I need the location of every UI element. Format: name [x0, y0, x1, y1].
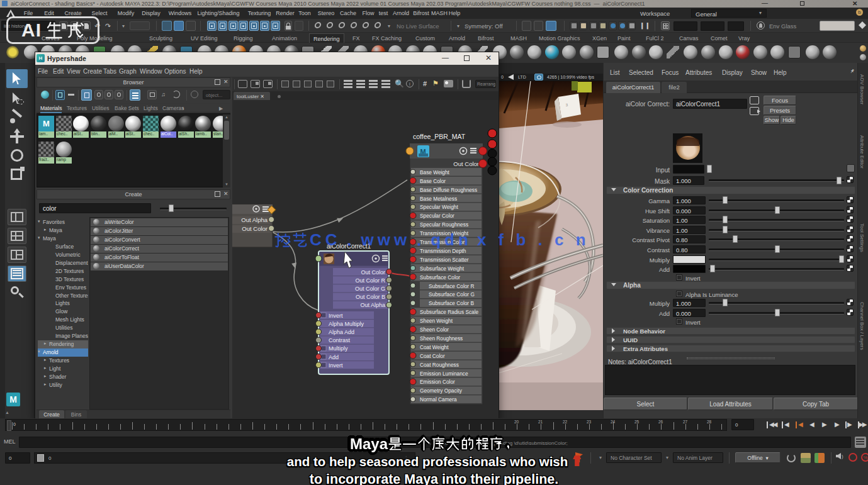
- svg-text:Out Color R: Out Color R: [355, 277, 385, 284]
- svg-text:Emission Luminance: Emission Luminance: [420, 371, 468, 377]
- svg-text:Out Color: Out Color: [242, 225, 268, 232]
- svg-text:Out Alpha: Out Alpha: [360, 302, 385, 308]
- svg-text:Coat Color: Coat Color: [420, 353, 445, 359]
- svg-text:Subsurface Color: Subsurface Color: [420, 274, 460, 281]
- svg-text:Coat Weight: Coat Weight: [420, 344, 449, 350]
- svg-text:Geometry Opacity: Geometry Opacity: [420, 387, 463, 394]
- svg-text:Normal Camera: Normal Camera: [420, 396, 457, 403]
- svg-text:Sheen Color: Sheen Color: [420, 326, 449, 333]
- svg-text:Out Color: Out Color: [361, 269, 385, 276]
- svg-text:Multiply: Multiply: [329, 345, 348, 352]
- svg-text:Subsurface Color R: Subsurface Color R: [429, 283, 474, 289]
- svg-text:Emission Color: Emission Color: [420, 379, 455, 385]
- svg-text:Invert: Invert: [329, 313, 343, 319]
- svg-text:coffee_PBR_MAT: coffee_PBR_MAT: [413, 133, 466, 140]
- svg-text:Base Weight: Base Weight: [420, 169, 450, 176]
- svg-text:Base Metalness: Base Metalness: [420, 196, 457, 202]
- svg-text:Specular Color: Specular Color: [420, 213, 454, 219]
- svg-text:Transmission Scatter: Transmission Scatter: [420, 257, 469, 263]
- svg-text:Subsurface Color B: Subsurface Color B: [429, 300, 474, 306]
- svg-text:Add: Add: [329, 354, 339, 360]
- svg-text:Sheen Roughness: Sheen Roughness: [420, 335, 463, 342]
- svg-text:Base Color: Base Color: [420, 178, 446, 184]
- svg-text:Subsurface Weight: Subsurface Weight: [420, 265, 465, 272]
- svg-text:Alpha Add: Alpha Add: [329, 329, 354, 335]
- svg-text:Contrast: Contrast: [329, 337, 351, 343]
- svg-text:Subsurface Radius Scale: Subsurface Radius Scale: [420, 309, 479, 315]
- svg-text:Subsurface Color G: Subsurface Color G: [429, 291, 475, 298]
- svg-text:Out Color: Out Color: [453, 160, 479, 167]
- svg-text:Sheen Weight: Sheen Weight: [420, 318, 453, 324]
- svg-text:Out Color G: Out Color G: [355, 286, 385, 292]
- svg-text:Out Color B: Out Color B: [356, 294, 385, 300]
- svg-text:Specular Roughness: Specular Roughness: [420, 221, 468, 228]
- svg-text:Base Diffuse Roughness: Base Diffuse Roughness: [420, 187, 477, 193]
- svg-text:Out Alpha: Out Alpha: [241, 216, 268, 223]
- svg-text:Alpha Multiply: Alpha Multiply: [329, 321, 364, 327]
- svg-text:Invert: Invert: [329, 362, 343, 369]
- svg-text:Specular Weight: Specular Weight: [420, 204, 458, 210]
- svg-text:Coat Roughness: Coat Roughness: [420, 362, 459, 368]
